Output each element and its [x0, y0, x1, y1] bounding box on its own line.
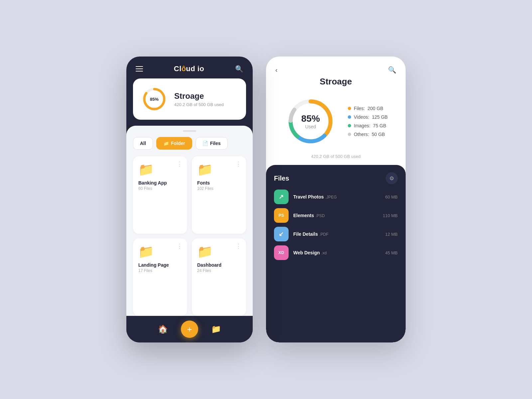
- file-item-elements[interactable]: PS Elements .PSD 110 MB: [274, 208, 398, 223]
- storage-card: 85% Stroage 420.2 GB of 500 GB used: [133, 78, 246, 120]
- right-phone-header: ‹ 🔍: [266, 57, 406, 74]
- legend-images: Images: 75 GB: [348, 123, 388, 128]
- legend-videos-label: Videos:: [354, 114, 369, 120]
- filter-tabs: All 📁 Folder 📄 Files: [133, 137, 246, 150]
- file-size-webdesign: 45 MB: [385, 250, 398, 255]
- folder-name: Fonts: [197, 180, 210, 186]
- search-icon[interactable]: 🔍: [235, 65, 243, 73]
- folder-menu-icon[interactable]: ⋮: [235, 160, 241, 168]
- file-info-elements: Elements .PSD: [293, 212, 378, 218]
- left-phone-header: Cl ô ud io 🔍: [126, 57, 253, 78]
- fab-button[interactable]: +: [181, 321, 198, 338]
- file-info-details: File Details .PDF: [293, 231, 380, 237]
- donut-large-label: 85% Used: [301, 113, 320, 129]
- donut-small-label: 85%: [150, 97, 159, 102]
- folder-grid: ⋮ 📁 Banking App 60 Files ⋮ 📁 Fonts 102 F…: [133, 156, 246, 316]
- legend-others: Others: 50 GB: [348, 132, 388, 137]
- tab-folder-label: Folder: [171, 141, 185, 146]
- storage-title: Stroage: [174, 91, 224, 101]
- folder-count: 60 Files: [138, 186, 152, 191]
- right-phone: ‹ 🔍 Stroage 85% Used: [266, 57, 406, 342]
- folder-icon: 📁: [138, 162, 154, 177]
- folder-name: Banking App: [138, 180, 167, 186]
- file-ext-travel: .JPEG: [325, 195, 337, 200]
- folder-count: 24 Files: [197, 268, 211, 273]
- legend-dot-others: [348, 133, 351, 136]
- files-header: Files ⚙: [274, 172, 398, 184]
- tab-all[interactable]: All: [133, 137, 153, 150]
- folder-name: Dashboard: [197, 262, 221, 268]
- file-name-webdesign: Web Design: [293, 250, 320, 255]
- folder-icon: 📁: [138, 244, 154, 259]
- folder-nav-icon[interactable]: 📁: [211, 325, 221, 334]
- legend-images-value: 75 GB: [373, 123, 386, 128]
- back-icon[interactable]: ‹: [275, 66, 278, 74]
- file-size-details: 12 MB: [385, 232, 398, 237]
- tab-folder[interactable]: 📁 Folder: [156, 137, 192, 150]
- file-icon-travel: ↗: [274, 190, 289, 204]
- home-icon[interactable]: 🏠: [158, 325, 168, 334]
- logo-text: Cl: [174, 65, 182, 73]
- legend-files: Files: 200 GB: [348, 106, 388, 111]
- storage-subtitle: 420.2 GB of 500 GB used: [174, 102, 224, 107]
- donut-used-label: Used: [301, 124, 320, 129]
- folder-icon: 📁: [197, 244, 213, 259]
- tab-files[interactable]: 📄 Files: [196, 137, 228, 150]
- tab-files-label: Files: [210, 141, 221, 146]
- folder-menu-icon[interactable]: ⋮: [235, 242, 241, 250]
- folder-banking-app[interactable]: ⋮ 📁 Banking App 60 Files: [133, 156, 187, 234]
- legend-images-label: Images:: [354, 123, 370, 128]
- legend-dot-videos: [348, 115, 351, 119]
- folder-menu-icon[interactable]: ⋮: [177, 242, 183, 250]
- right-title: Stroage: [266, 74, 406, 87]
- donut-large-section: 85% Used Files: 200 GB Videos: 125 GB Im…: [266, 87, 406, 148]
- file-size-travel: 60 MB: [385, 195, 398, 200]
- file-size-elements: 110 MB: [383, 213, 398, 218]
- legend-dot-images: [348, 124, 351, 127]
- folder-fonts[interactable]: ⋮ 📁 Fonts 102 Files: [192, 156, 246, 234]
- menu-icon[interactable]: [136, 66, 143, 71]
- donut-small: 85%: [141, 86, 168, 112]
- folder-tab-icon: 📁: [163, 141, 169, 146]
- file-ext-webdesign: .xd: [321, 251, 327, 255]
- file-icon-details: ↙: [274, 227, 289, 241]
- donut-large: 85% Used: [284, 95, 337, 148]
- folder-name: Landing Page: [138, 262, 169, 268]
- file-name-details: File Details: [293, 231, 318, 237]
- file-name-elements: Elements: [293, 213, 314, 218]
- storage-detail: 420.2 GB of 500 GB used: [266, 148, 406, 159]
- legend: Files: 200 GB Videos: 125 GB Images: 75 …: [348, 106, 388, 137]
- file-info-travel: Travel Photos .JPEG: [293, 194, 380, 200]
- donut-percent: 85%: [301, 113, 320, 124]
- file-info-webdesign: Web Design .xd: [293, 250, 380, 256]
- folder-dashboard[interactable]: ⋮ 📁 Dashboard 24 Files: [192, 238, 246, 316]
- legend-videos: Videos: 125 GB: [348, 114, 388, 120]
- file-item-travel-photos[interactable]: ↗ Travel Photos .JPEG 60 MB: [274, 190, 398, 204]
- logo: Cl ô ud io: [174, 65, 204, 73]
- file-item-file-details[interactable]: ↙ File Details .PDF 12 MB: [274, 227, 398, 241]
- bottom-nav: 🏠 + 📁: [126, 316, 253, 342]
- file-ext-elements: .PSD: [316, 213, 325, 218]
- bottom-sheet: All 📁 Folder 📄 Files ⋮ 📁 Banking App 60 …: [126, 126, 253, 316]
- legend-videos-value: 125 GB: [372, 114, 387, 120]
- legend-files-label: Files:: [354, 106, 365, 111]
- logo-dot: ô: [182, 65, 186, 73]
- files-tab-icon: 📄: [202, 141, 208, 146]
- folder-count: 102 Files: [197, 186, 213, 191]
- file-name-travel: Travel Photos: [293, 194, 324, 200]
- sheet-handle: [183, 130, 196, 132]
- file-item-web-design[interactable]: XD Web Design .xd 45 MB: [274, 245, 398, 260]
- legend-others-label: Others:: [354, 132, 369, 137]
- legend-others-value: 50 GB: [372, 132, 385, 137]
- left-phone: Cl ô ud io 🔍 85% Stroage 420.2 GB of 500…: [126, 57, 253, 342]
- filter-icon[interactable]: ⚙: [386, 172, 398, 184]
- legend-files-value: 200 GB: [367, 106, 383, 111]
- folder-count: 17 Files: [138, 268, 152, 273]
- folder-menu-icon[interactable]: ⋮: [177, 160, 183, 168]
- search-icon[interactable]: 🔍: [388, 66, 396, 74]
- storage-info: Stroage 420.2 GB of 500 GB used: [174, 91, 224, 107]
- files-title: Files: [274, 175, 289, 182]
- folder-landing-page[interactable]: ⋮ 📁 Landing Page 17 Files: [133, 238, 187, 316]
- legend-dot-files: [348, 107, 351, 110]
- file-ext-details: .PDF: [319, 232, 328, 237]
